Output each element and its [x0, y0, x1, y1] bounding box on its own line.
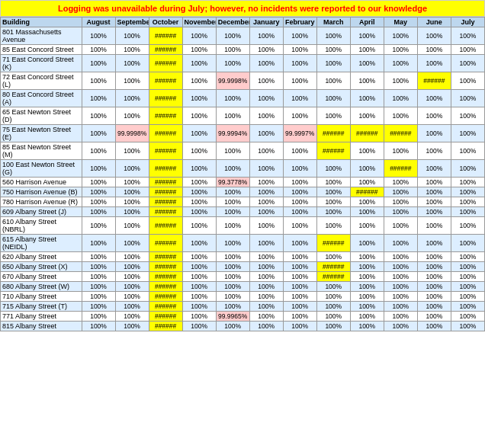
cell-value: ###### — [149, 72, 182, 90]
cell-value: 100% — [82, 282, 115, 292]
cell-value: 100% — [451, 27, 484, 45]
cell-value: 100% — [316, 45, 350, 55]
cell-value: 100% — [283, 217, 316, 235]
cell-value: 100% — [249, 142, 283, 160]
cell-value: 100% — [115, 272, 149, 282]
cell-value: 100% — [417, 55, 451, 72]
cell-value: 100% — [283, 107, 316, 125]
cell-value: 100% — [350, 252, 384, 262]
cell-value: 100% — [216, 160, 249, 178]
table-row: 750 Harrison Avenue (B)100%100%######100… — [1, 187, 485, 197]
cell-value: ###### — [384, 160, 417, 178]
table-row: 615 Albany Street (NEIDL)100%100%######1… — [1, 235, 485, 252]
cell-value: 100% — [82, 160, 115, 178]
cell-value: 100% — [115, 252, 149, 262]
building-name: 771 Albany Street — [1, 312, 82, 322]
cell-value: 100% — [283, 27, 316, 45]
cell-value: 99.9965% — [216, 312, 249, 322]
cell-value: 100% — [451, 252, 484, 262]
cell-value: 99.3778% — [216, 178, 249, 187]
cell-value: 100% — [283, 142, 316, 160]
cell-value: 100% — [316, 27, 350, 45]
cell-value: 100% — [82, 262, 115, 272]
cell-value: 100% — [417, 302, 451, 312]
cell-value: 100% — [182, 272, 216, 282]
cell-value: 100% — [82, 207, 115, 217]
cell-value: 100% — [451, 142, 484, 160]
cell-value: 100% — [350, 322, 384, 331]
cell-value: ###### — [149, 197, 182, 207]
cell-value: ###### — [316, 125, 350, 142]
cell-value: ###### — [149, 322, 182, 331]
cell-value: 100% — [384, 107, 417, 125]
cell-value: 100% — [384, 282, 417, 292]
cell-value: 100% — [350, 282, 384, 292]
col-march: March — [316, 18, 350, 27]
table-row: 680 Albany Street (W)100%100%######100%1… — [1, 282, 485, 292]
cell-value: 100% — [249, 282, 283, 292]
cell-value: 100% — [451, 262, 484, 272]
cell-value: 100% — [115, 322, 149, 331]
cell-value: 100% — [350, 292, 384, 302]
cell-value: 100% — [82, 90, 115, 107]
cell-value: 100% — [316, 107, 350, 125]
cell-value: 100% — [115, 107, 149, 125]
cell-value: ###### — [149, 178, 182, 187]
cell-value: 100% — [182, 125, 216, 142]
cell-value: 99.9998% — [115, 125, 149, 142]
table-row: 780 Harrison Avenue (R)100%100%######100… — [1, 197, 485, 207]
building-name: 71 East Concord Street (K) — [1, 55, 82, 72]
cell-value: 100% — [417, 262, 451, 272]
cell-value: 100% — [82, 187, 115, 197]
cell-value: 100% — [451, 107, 484, 125]
cell-value: 99.9997% — [283, 125, 316, 142]
table-row: 610 Albany Street (NBRL)100%100%######10… — [1, 217, 485, 235]
cell-value: ###### — [316, 142, 350, 160]
col-april: April — [350, 18, 384, 27]
cell-value: 100% — [216, 262, 249, 272]
cell-value: ###### — [149, 262, 182, 272]
cell-value: 100% — [451, 187, 484, 197]
cell-value: 100% — [82, 312, 115, 322]
cell-value: 100% — [182, 107, 216, 125]
cell-value: 100% — [115, 187, 149, 197]
col-july: July — [451, 18, 484, 27]
cell-value: 100% — [451, 207, 484, 217]
building-name: 80 East Concord Street (A) — [1, 90, 82, 107]
cell-value: 100% — [115, 235, 149, 252]
cell-value: 100% — [451, 55, 484, 72]
cell-value: 100% — [451, 272, 484, 282]
cell-value: 100% — [350, 217, 384, 235]
cell-value: ###### — [149, 252, 182, 262]
cell-value: 100% — [182, 217, 216, 235]
cell-value: 100% — [216, 252, 249, 262]
cell-value: 100% — [283, 252, 316, 262]
cell-value: 100% — [316, 197, 350, 207]
cell-value: 100% — [283, 282, 316, 292]
cell-value: 100% — [384, 217, 417, 235]
cell-value: 100% — [283, 322, 316, 331]
cell-value: ###### — [149, 142, 182, 160]
cell-value: 100% — [82, 322, 115, 331]
cell-value: 100% — [283, 312, 316, 322]
col-january: January — [249, 18, 283, 27]
cell-value: 100% — [350, 262, 384, 272]
cell-value: 100% — [115, 45, 149, 55]
cell-value: 100% — [451, 312, 484, 322]
cell-value: 100% — [249, 178, 283, 187]
cell-value: ###### — [149, 302, 182, 312]
cell-value: 100% — [417, 282, 451, 292]
cell-value: 100% — [249, 27, 283, 45]
cell-value: 100% — [384, 178, 417, 187]
cell-value: 100% — [350, 107, 384, 125]
cell-value: 100% — [283, 302, 316, 312]
cell-value: 100% — [283, 90, 316, 107]
col-september: September — [115, 18, 149, 27]
cell-value: 100% — [316, 207, 350, 217]
cell-value: 100% — [249, 217, 283, 235]
cell-value: 100% — [316, 302, 350, 312]
cell-value: 100% — [216, 142, 249, 160]
cell-value: 100% — [316, 160, 350, 178]
building-name: 100 East Newton Street (G) — [1, 160, 82, 178]
cell-value: ###### — [350, 187, 384, 197]
